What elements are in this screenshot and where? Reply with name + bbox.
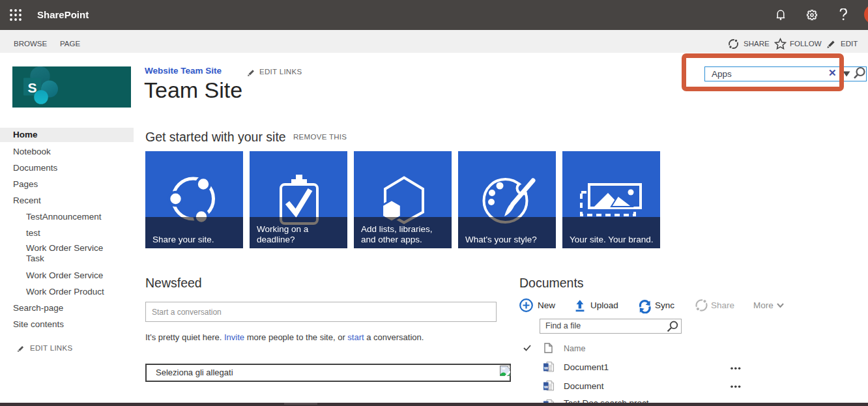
svg-text:S: S — [27, 80, 36, 95]
